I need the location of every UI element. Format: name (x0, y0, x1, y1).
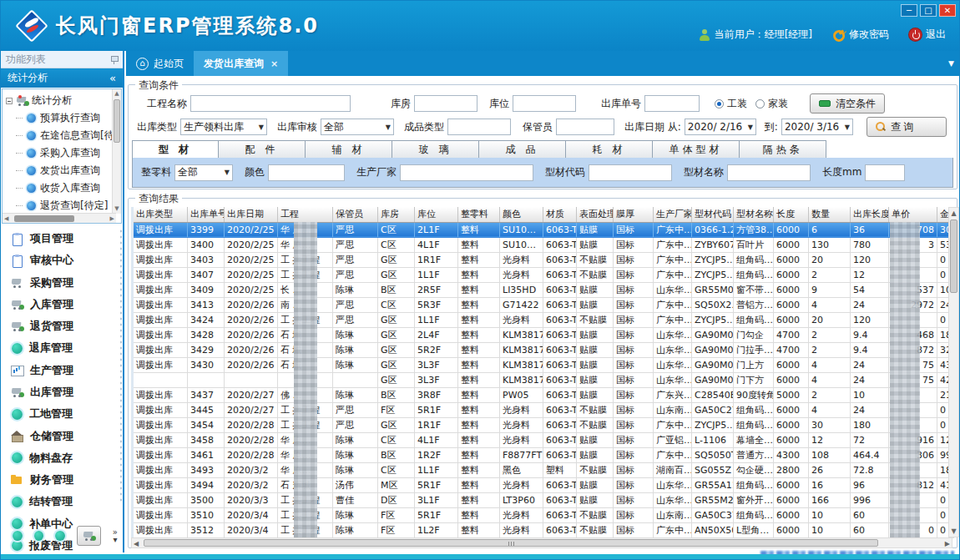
table-row[interactable]: 调拨出库35102020/3/4工 共工程陈琳F区5R1F整料光身料6063-T… (133, 507, 954, 522)
order-no-input[interactable] (644, 95, 700, 112)
tab-home[interactable]: ⌂ 起始页 (126, 51, 194, 76)
column-header[interactable]: 出库类型 (133, 207, 188, 222)
sidebar-item-采购管理[interactable]: 采购管理 (1, 272, 118, 294)
column-header[interactable]: 生产厂家 (654, 207, 692, 222)
table-row[interactable]: G区3L3F整料KLM38176063-T5贴膜国标山东华…GA90M09…门下… (133, 372, 954, 387)
tree-horizontal-scrollbar[interactable]: ◀▶ (3, 213, 116, 223)
cart-quick-button[interactable] (77, 526, 101, 546)
grid-horizontal-scrollbar[interactable]: ◀▶ (131, 537, 952, 548)
sidebar-item-仓储管理[interactable]: 仓储管理 (1, 425, 118, 446)
clear-conditions-button[interactable]: 清空条件 (810, 93, 885, 114)
material-tab-耗材[interactable]: 耗 材 (566, 140, 653, 159)
column-header[interactable]: 膜厚 (614, 207, 654, 222)
column-header[interactable]: 单价 (889, 207, 937, 222)
scrollbar-thumb[interactable] (14, 215, 74, 222)
color-input[interactable] (268, 164, 345, 181)
table-row[interactable]: 调拨出库34132020/2/26南 …严思C区5R3F整料G714226063… (133, 297, 954, 312)
table-row[interactable]: 调拨出库34452020/2/27工 共工程严思F区5R1F整料光身料6063-… (133, 402, 954, 417)
material-tab-型材[interactable]: 型 材 (132, 140, 219, 159)
column-header[interactable]: 颜色 (500, 207, 543, 222)
sidebar-item-审核中心[interactable]: 审核中心 (1, 250, 118, 271)
table-row[interactable]: 调拨出库34612020/2/28华 原…陈琳B区1R2F整料F8877FT60… (133, 447, 954, 462)
table-row[interactable]: 调拨出库34932020/3/2华 原…陈琳C区1L1F整料黑色塑料不贴膜国标湖… (133, 462, 954, 477)
column-header[interactable]: 库房 (378, 207, 415, 222)
table-row[interactable]: 调拨出库34302020/2/26石 城陈琳G区3L3F整料KLM3817606… (133, 357, 954, 372)
tree-item[interactable]: 收货入库查询 (3, 179, 121, 197)
sidebar-item-退货管理[interactable]: 退货管理 (1, 315, 118, 337)
outbound-audit-select[interactable]: 全部▼ (321, 119, 394, 135)
table-row[interactable]: 调拨出库34072020/2/25工 共工程严思G区1L1F整料光身料6063-… (133, 267, 954, 282)
tab-close-icon[interactable]: × (270, 58, 278, 69)
sidebar-item-退库管理[interactable]: 退库管理 (1, 337, 118, 359)
more-chevrons[interactable]: »▾ (113, 528, 118, 543)
material-tab-配件[interactable]: 配 件 (219, 140, 306, 159)
column-header[interactable]: 长度 (774, 207, 809, 222)
search-button[interactable]: 查 询 (867, 117, 947, 137)
table-row[interactable]: 调拨出库34032020/2/25工 共工程严思G区1R1F整料光身料6063-… (133, 252, 954, 267)
profile-code-input[interactable] (589, 164, 672, 181)
sidebar-item-财务管理[interactable]: 财务管理 (1, 469, 118, 491)
column-header[interactable]: 表面处理 (577, 207, 614, 222)
sidebar-item-物料盘存[interactable]: 物料盘存 (1, 447, 118, 469)
location-input[interactable] (513, 95, 576, 112)
whole-part-select[interactable]: 全部▼ (174, 164, 233, 181)
table-row[interactable]: 调拨出库34542020/2/28工 共工程严思G区1R1F整料光身料6063-… (133, 417, 954, 432)
date-to-picker[interactable]: 2020/ 3/16▼ (781, 119, 853, 135)
table-row[interactable]: 调拨出库34242020/2/26工 共工程严思G区1L1F整料光身料6063-… (133, 312, 954, 327)
logout-button[interactable]: 退出 (909, 28, 946, 42)
table-row[interactable]: 调拨出库35002020/3/3工 共工程曹佳D区3L1F整料LT3P60606… (133, 492, 954, 507)
tree-expander-icon[interactable] (6, 98, 13, 104)
tree-item[interactable]: 采购入库查询 (3, 144, 121, 162)
table-row[interactable]: 调拨出库34282020/2/26石 城陈琳G区2L4F整料KLM3817606… (133, 327, 954, 342)
date-from-picker[interactable]: 2020/ 2/16▼ (685, 119, 756, 135)
column-header[interactable]: 出库长度 (851, 207, 889, 222)
table-row[interactable]: 调拨出库34292020/2/26石 城陈琳G区5R2F整料KLM3817606… (133, 342, 954, 357)
close-button[interactable]: ✕ (939, 4, 956, 17)
project-name-input[interactable] (190, 95, 351, 112)
product-type-input[interactable] (447, 119, 511, 135)
outbound-type-select[interactable]: 生产领料出库▼ (180, 119, 267, 135)
table-row[interactable]: 调拨出库33992020/2/25华 原…严思C区2L1F整料SU10…6063… (133, 222, 954, 237)
tree-root[interactable]: 统计分析 (3, 89, 121, 109)
material-tab-辅材[interactable]: 辅 材 (306, 140, 392, 159)
radio-industrial[interactable]: 工装 (715, 97, 747, 111)
collapse-icon[interactable]: « (109, 68, 116, 88)
minimize-button[interactable]: ─ (901, 4, 917, 17)
table-row[interactable]: 调拨出库34092020/2/25长 …陈琳B区2R5F整料LI35HD6063… (133, 282, 954, 297)
column-header[interactable]: 整零料 (458, 207, 500, 222)
circle-icon[interactable] (13, 531, 23, 541)
scrollbar-thumb[interactable] (950, 219, 957, 293)
keeper-input[interactable] (556, 119, 614, 135)
sidebar-item-出库管理[interactable]: 出库管理 (1, 381, 118, 403)
change-password-button[interactable]: 修改密码 (832, 28, 889, 42)
column-header[interactable]: 型材名称 (734, 207, 774, 222)
scrollbar-thumb[interactable] (114, 99, 120, 143)
tree-item[interactable]: 退货查询[待定] (3, 197, 121, 214)
table-row[interactable]: 调拨出库34942020/3/2石 辉城汤伟M区5R1F整料光身料6063-T5… (133, 477, 954, 492)
tab-list-dropdown-icon[interactable]: ▼ (948, 59, 954, 68)
sidebar-item-生产管理[interactable]: 生产管理 (1, 360, 118, 381)
sidebar-item-项目管理[interactable]: 项目管理 (1, 228, 118, 250)
scrollbar-thumb[interactable] (144, 539, 878, 547)
table-row[interactable]: 调拨出库34582020/2/28华 原…陈琳C区4L1F整料光身料6063-T… (133, 432, 954, 447)
warehouse-input[interactable] (414, 95, 477, 112)
sidebar-splitter[interactable] (119, 228, 123, 503)
table-row[interactable]: 调拨出库34372020/2/27佛 …陈琳B区3R8F整料PW056063-T… (133, 387, 954, 402)
profile-name-input[interactable] (727, 164, 811, 181)
column-header[interactable]: 库位 (415, 207, 458, 222)
column-header[interactable]: 保管员 (333, 207, 378, 222)
material-tab-玻璃[interactable]: 玻 璃 (392, 140, 479, 159)
material-tab-隔热条[interactable]: 隔热条 (740, 140, 826, 159)
column-header[interactable]: 数量 (809, 207, 851, 222)
table-row[interactable]: 调拨出库35122020/3/4工 共工程陈琳F区1L2F整料光身料6063-T… (133, 522, 954, 537)
column-header[interactable]: 出库单号 (188, 207, 225, 222)
column-header[interactable]: 型材代码 (692, 207, 734, 222)
material-tab-单体型材[interactable]: 单体型材 (653, 140, 740, 159)
length-input[interactable] (865, 164, 905, 181)
circle-icon[interactable] (34, 531, 44, 541)
column-header[interactable]: 工程 (278, 207, 333, 222)
sidebar-item-结转管理[interactable]: 结转管理 (1, 491, 118, 512)
tree-vertical-scrollbar[interactable]: ▲▼ (112, 89, 121, 214)
grid-vertical-scrollbar[interactable]: ▲▼ (948, 207, 959, 537)
sidebar-item-工地管理[interactable]: 工地管理 (1, 403, 118, 425)
